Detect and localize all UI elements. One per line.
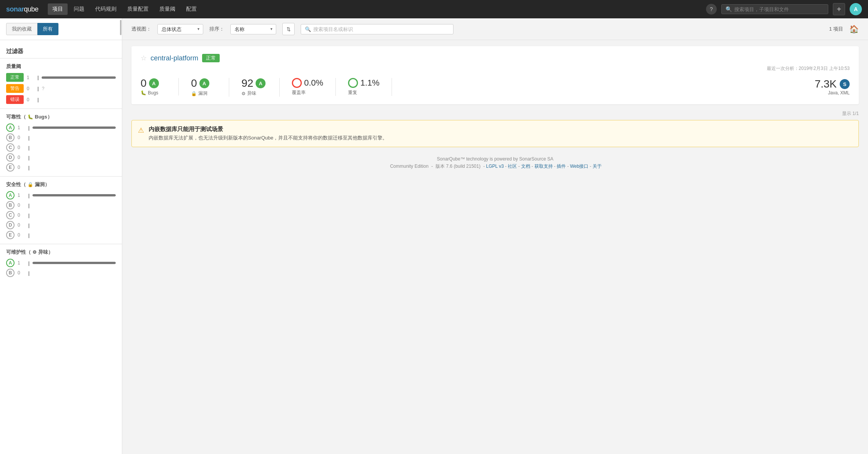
qg-count-normal: 1	[27, 75, 34, 80]
coverage-label: 覆盖率	[292, 89, 306, 96]
grade-badge-e[interactable]: E	[6, 163, 15, 172]
maintainability-heading: 可维护性（⚙ 异味）	[6, 249, 116, 256]
size-value: 7.3K	[815, 78, 837, 90]
grade-badge-c[interactable]: C	[6, 143, 15, 152]
project-metrics: 0 A 🐛 Bugs 0 A	[141, 78, 850, 97]
security-grade-badge-b[interactable]: B	[6, 201, 15, 209]
maintain-bar-a	[32, 262, 116, 264]
security-grade-d: D 0 |	[6, 221, 116, 229]
security-count-a: 1	[18, 193, 25, 198]
home-icon[interactable]: 🏠	[849, 24, 859, 34]
project-card: ☆ central-platform 正常 最近一次分析：2019年2月3日 上…	[131, 46, 859, 104]
footer-support-link[interactable]: 获取支持	[534, 164, 553, 169]
metric-smell-main: 92 A	[241, 78, 266, 89]
add-button[interactable]: +	[833, 3, 845, 15]
footer-about-link[interactable]: 关于	[593, 164, 602, 169]
security-grade-badge-d[interactable]: D	[6, 221, 15, 229]
footer-plugins-link[interactable]: 插件	[557, 164, 566, 169]
maintain-grade-a: A 1 |	[6, 259, 116, 267]
size-lang-label: Java, XML	[828, 90, 850, 96]
maintain-grade-badge-a[interactable]: A	[6, 259, 15, 267]
topnav-right: ? 🔍 + A	[706, 3, 862, 15]
project-name[interactable]: central-platform	[151, 54, 198, 62]
favorite-star-icon[interactable]: ☆	[141, 54, 147, 62]
security-grade-a: A 1 |	[6, 191, 116, 199]
metric-dup-main: 1.1%	[348, 78, 379, 88]
warning-content: 内嵌数据库只能用于测试场景 内嵌数据库无法扩展，也无法升级到新版本的SonarQ…	[149, 126, 388, 141]
warning-icon: ⚠	[138, 126, 144, 135]
bugs-icon: 🐛	[141, 90, 146, 96]
metric-duplications: 1.1% 重复	[348, 78, 392, 96]
help-icon-warning[interactable]: ?	[42, 86, 44, 91]
maintain-grade-badge-b[interactable]: B	[6, 269, 15, 277]
global-search[interactable]: 🔍	[721, 4, 828, 14]
footer-brand: SonarQube™ technology is powered by Sona…	[131, 156, 859, 162]
metric-vulnerabilities: 0 A 🔒 漏洞	[191, 78, 229, 97]
maintain-count-b: 0	[18, 270, 25, 276]
pagination-info: 显示 1/1	[122, 110, 859, 117]
menu-item-administration[interactable]: 配置	[181, 3, 201, 15]
footer-edition: Community Edition	[390, 164, 429, 169]
grade-count-d: 0	[18, 155, 25, 160]
warning-title: 内嵌数据库只能用于测试场景	[149, 126, 388, 133]
menu-item-quality-gates[interactable]: 质量阈	[155, 3, 180, 15]
project-count: 1 项目	[829, 26, 843, 32]
footer-docs-link[interactable]: 文档	[521, 164, 530, 169]
project-search-input[interactable]	[313, 26, 449, 32]
qg-badge-warning[interactable]: 警告	[6, 84, 24, 93]
menu-item-issues[interactable]: 问题	[69, 3, 89, 15]
vuln-grade-circle: A	[199, 78, 209, 88]
footer-community-link[interactable]: 社区	[508, 164, 517, 169]
security-grade-badge-e[interactable]: E	[6, 231, 15, 239]
project-search[interactable]: 🔍	[301, 24, 453, 34]
view-select[interactable]: 总体状态	[157, 24, 203, 34]
reliability-grade-c: C 0 |	[6, 143, 116, 152]
menu-item-quality-profiles[interactable]: 质量配置	[123, 3, 153, 15]
metric-bugs: 0 A 🐛 Bugs	[141, 78, 179, 96]
reliability-grade-b: B 0 |	[6, 133, 116, 142]
security-grade-badge-c[interactable]: C	[6, 211, 15, 219]
logo[interactable]: sonarqube	[6, 5, 39, 13]
footer-version: 版本 7.6 (build 21501)	[436, 164, 480, 169]
smell-grade-circle: A	[256, 78, 266, 88]
menu-item-rules[interactable]: 代码规则	[91, 3, 121, 15]
bugs-value: 0	[141, 78, 147, 89]
view-select-wrapper: 总体状态	[157, 24, 203, 34]
size-main: 7.3K S	[815, 78, 850, 90]
tab-favorites[interactable]: 我的收藏	[6, 23, 37, 35]
metric-coverage-main: 0.0%	[292, 78, 323, 88]
security-grade-b: B 0 |	[6, 201, 116, 209]
sort-select[interactable]: 名称	[230, 24, 276, 34]
qg-row-error: 错误 0 |	[6, 95, 116, 104]
grade-badge-a[interactable]: A	[6, 123, 15, 132]
metric-size: 7.3K S Java, XML	[815, 78, 850, 96]
grade-count-a: 1	[18, 125, 25, 130]
grade-badge-d[interactable]: D	[6, 153, 15, 162]
warning-text: 内嵌数据库无法扩展，也无法升级到新版本的SonarQube，并且不能支持将你的数…	[149, 135, 388, 141]
grade-count-b: 0	[18, 135, 25, 140]
help-button[interactable]: ?	[706, 4, 717, 15]
menu-item-projects[interactable]: 项目	[48, 3, 68, 15]
security-bar-a	[32, 194, 116, 196]
smell-value: 92	[241, 78, 253, 89]
sort-label: 排序：	[209, 26, 224, 32]
global-search-input[interactable]	[734, 6, 824, 12]
sidebar: 我的收藏 所有 过滤器 质量阈 正常 1 | 警告 0 | ? 错误 0	[0, 18, 122, 454]
footer-webapi-link[interactable]: Web接口	[570, 164, 588, 169]
qg-bar-normal	[42, 76, 116, 79]
qg-badge-error[interactable]: 错误	[6, 95, 24, 104]
qg-badge-normal[interactable]: 正常	[6, 73, 24, 82]
footer-links: Community Edition - 版本 7.6 (build 21501)…	[131, 163, 859, 170]
sort-direction-button[interactable]: ⇅	[282, 23, 295, 35]
sidebar-tabs: 我的收藏 所有	[0, 18, 122, 35]
security-grade-badge-a[interactable]: A	[6, 191, 15, 199]
security-grade-e: E 0 |	[6, 231, 116, 239]
quality-gate-heading: 质量阈	[6, 63, 116, 70]
qg-count-error: 0	[27, 97, 34, 102]
footer-license-link[interactable]: LGPL v3	[486, 164, 504, 169]
user-avatar[interactable]: A	[850, 3, 862, 15]
grade-badge-b[interactable]: B	[6, 133, 15, 142]
coverage-value: 0.0%	[304, 79, 323, 87]
tab-all[interactable]: 所有	[37, 23, 58, 35]
maintainability-filter: 可维护性（⚙ 异味） A 1 | B 0 |	[0, 249, 122, 277]
